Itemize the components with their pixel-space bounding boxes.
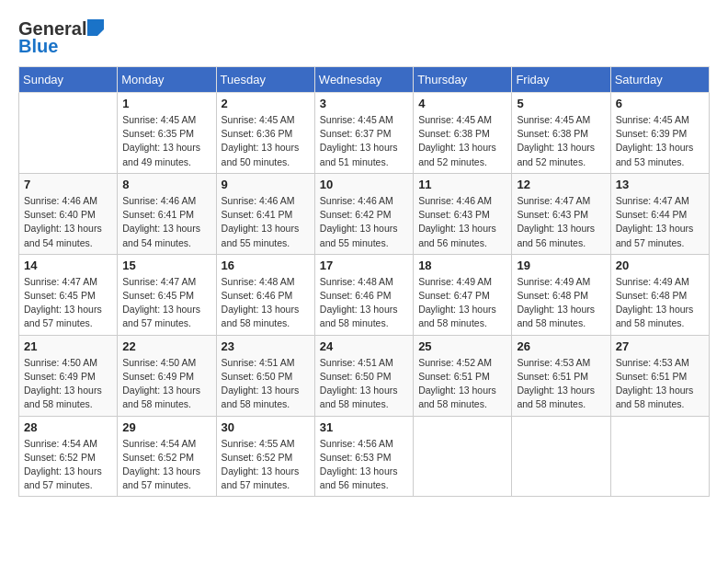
day-info: Sunrise: 4:51 AMSunset: 6:50 PMDaylight:… — [320, 356, 408, 412]
day-number: 21 — [24, 339, 112, 353]
calendar-cell: 11Sunrise: 4:46 AMSunset: 6:43 PMDayligh… — [414, 173, 512, 254]
calendar-cell: 10Sunrise: 4:46 AMSunset: 6:42 PMDayligh… — [314, 173, 413, 254]
day-info: Sunrise: 4:47 AMSunset: 6:43 PMDaylight:… — [517, 194, 605, 250]
calendar-cell: 1Sunrise: 4:45 AMSunset: 6:35 PMDaylight… — [118, 93, 216, 174]
calendar-cell: 2Sunrise: 4:45 AMSunset: 6:36 PMDaylight… — [216, 93, 314, 174]
calendar-cell: 21Sunrise: 4:50 AMSunset: 6:49 PMDayligh… — [19, 335, 118, 416]
calendar-cell: 7Sunrise: 4:46 AMSunset: 6:40 PMDaylight… — [19, 173, 118, 254]
calendar-cell: 29Sunrise: 4:54 AMSunset: 6:52 PMDayligh… — [118, 416, 216, 497]
day-info: Sunrise: 4:45 AMSunset: 6:35 PMDaylight:… — [122, 113, 210, 169]
day-info: Sunrise: 4:47 AMSunset: 6:45 PMDaylight:… — [122, 275, 210, 331]
day-info: Sunrise: 4:48 AMSunset: 6:46 PMDaylight:… — [320, 275, 408, 331]
calendar-cell: 27Sunrise: 4:53 AMSunset: 6:51 PMDayligh… — [610, 335, 709, 416]
day-number: 6 — [616, 97, 704, 110]
day-number: 27 — [616, 339, 704, 353]
day-info: Sunrise: 4:46 AMSunset: 6:41 PMDaylight:… — [222, 194, 310, 250]
day-info: Sunrise: 4:45 AMSunset: 6:37 PMDaylight:… — [320, 113, 408, 169]
calendar-cell: 13Sunrise: 4:47 AMSunset: 6:44 PMDayligh… — [610, 173, 709, 254]
calendar-day-header: Tuesday — [216, 67, 314, 93]
day-info: Sunrise: 4:50 AMSunset: 6:49 PMDaylight:… — [122, 356, 210, 412]
day-info: Sunrise: 4:49 AMSunset: 6:47 PMDaylight:… — [418, 275, 506, 331]
day-info: Sunrise: 4:46 AMSunset: 6:42 PMDaylight:… — [320, 194, 408, 250]
calendar-day-header: Sunday — [19, 67, 118, 93]
day-info: Sunrise: 4:46 AMSunset: 6:41 PMDaylight:… — [122, 194, 210, 250]
calendar-cell: 20Sunrise: 4:49 AMSunset: 6:48 PMDayligh… — [610, 254, 709, 335]
calendar-day-header: Monday — [118, 67, 216, 93]
day-number: 2 — [222, 97, 310, 110]
calendar-week-row: 7Sunrise: 4:46 AMSunset: 6:40 PMDaylight… — [19, 173, 710, 254]
calendar-cell — [19, 93, 118, 174]
calendar-day-header: Wednesday — [314, 67, 413, 93]
day-number: 15 — [122, 259, 210, 272]
day-info: Sunrise: 4:54 AMSunset: 6:52 PMDaylight:… — [122, 437, 210, 493]
calendar-cell: 9Sunrise: 4:46 AMSunset: 6:41 PMDaylight… — [216, 173, 314, 254]
calendar-cell: 4Sunrise: 4:45 AMSunset: 6:38 PMDaylight… — [414, 93, 512, 174]
day-number: 24 — [320, 339, 408, 353]
day-number: 14 — [24, 259, 112, 272]
logo: General Blue — [18, 18, 104, 57]
calendar-day-header: Friday — [512, 67, 610, 93]
day-info: Sunrise: 4:52 AMSunset: 6:51 PMDaylight:… — [418, 356, 506, 412]
day-info: Sunrise: 4:48 AMSunset: 6:46 PMDaylight:… — [222, 275, 310, 331]
calendar-cell — [414, 416, 512, 497]
calendar-cell: 19Sunrise: 4:49 AMSunset: 6:48 PMDayligh… — [512, 254, 610, 335]
calendar-cell: 8Sunrise: 4:46 AMSunset: 6:41 PMDaylight… — [118, 173, 216, 254]
calendar-cell — [512, 416, 610, 497]
day-number: 20 — [616, 259, 704, 272]
calendar-cell — [610, 416, 709, 497]
day-number: 31 — [320, 420, 408, 434]
day-info: Sunrise: 4:45 AMSunset: 6:36 PMDaylight:… — [222, 113, 310, 169]
day-number: 29 — [122, 420, 210, 434]
svg-marker-0 — [87, 19, 104, 36]
logo-icon — [87, 19, 104, 36]
day-info: Sunrise: 4:49 AMSunset: 6:48 PMDaylight:… — [616, 275, 704, 331]
calendar-cell: 25Sunrise: 4:52 AMSunset: 6:51 PMDayligh… — [414, 335, 512, 416]
day-number: 19 — [517, 259, 605, 272]
calendar-cell: 16Sunrise: 4:48 AMSunset: 6:46 PMDayligh… — [216, 254, 314, 335]
day-info: Sunrise: 4:55 AMSunset: 6:52 PMDaylight:… — [222, 437, 310, 493]
calendar-cell: 12Sunrise: 4:47 AMSunset: 6:43 PMDayligh… — [512, 173, 610, 254]
day-info: Sunrise: 4:45 AMSunset: 6:38 PMDaylight:… — [418, 113, 506, 169]
day-number: 5 — [517, 97, 605, 110]
day-number: 18 — [418, 259, 506, 272]
day-number: 17 — [320, 259, 408, 272]
day-number: 22 — [122, 339, 210, 353]
day-number: 3 — [320, 97, 408, 110]
day-number: 4 — [418, 97, 506, 110]
calendar-cell: 14Sunrise: 4:47 AMSunset: 6:45 PMDayligh… — [19, 254, 118, 335]
day-number: 12 — [517, 178, 605, 191]
calendar-cell: 18Sunrise: 4:49 AMSunset: 6:47 PMDayligh… — [414, 254, 512, 335]
calendar-day-header: Saturday — [610, 67, 709, 93]
calendar-cell: 28Sunrise: 4:54 AMSunset: 6:52 PMDayligh… — [19, 416, 118, 497]
day-number: 8 — [122, 178, 210, 191]
day-info: Sunrise: 4:46 AMSunset: 6:43 PMDaylight:… — [418, 194, 506, 250]
calendar-cell: 24Sunrise: 4:51 AMSunset: 6:50 PMDayligh… — [314, 335, 413, 416]
calendar-day-header: Thursday — [414, 67, 512, 93]
day-number: 28 — [24, 420, 112, 434]
day-number: 11 — [418, 178, 506, 191]
day-info: Sunrise: 4:50 AMSunset: 6:49 PMDaylight:… — [24, 356, 112, 412]
calendar-cell: 26Sunrise: 4:53 AMSunset: 6:51 PMDayligh… — [512, 335, 610, 416]
calendar-cell: 30Sunrise: 4:55 AMSunset: 6:52 PMDayligh… — [216, 416, 314, 497]
calendar-cell: 3Sunrise: 4:45 AMSunset: 6:37 PMDaylight… — [314, 93, 413, 174]
day-info: Sunrise: 4:47 AMSunset: 6:44 PMDaylight:… — [616, 194, 704, 250]
calendar-cell: 23Sunrise: 4:51 AMSunset: 6:50 PMDayligh… — [216, 335, 314, 416]
calendar-cell: 15Sunrise: 4:47 AMSunset: 6:45 PMDayligh… — [118, 254, 216, 335]
day-number: 9 — [222, 178, 310, 191]
day-info: Sunrise: 4:51 AMSunset: 6:50 PMDaylight:… — [222, 356, 310, 412]
header: General Blue — [18, 18, 710, 57]
day-info: Sunrise: 4:56 AMSunset: 6:53 PMDaylight:… — [320, 437, 408, 493]
day-info: Sunrise: 4:53 AMSunset: 6:51 PMDaylight:… — [616, 356, 704, 412]
day-number: 13 — [616, 178, 704, 191]
calendar-cell: 5Sunrise: 4:45 AMSunset: 6:38 PMDaylight… — [512, 93, 610, 174]
day-info: Sunrise: 4:53 AMSunset: 6:51 PMDaylight:… — [517, 356, 605, 412]
calendar-table: SundayMondayTuesdayWednesdayThursdayFrid… — [18, 66, 710, 497]
calendar-cell: 17Sunrise: 4:48 AMSunset: 6:46 PMDayligh… — [314, 254, 413, 335]
day-info: Sunrise: 4:54 AMSunset: 6:52 PMDaylight:… — [24, 437, 112, 493]
day-number: 23 — [222, 339, 310, 353]
day-number: 1 — [122, 97, 210, 110]
day-number: 16 — [222, 259, 310, 272]
day-number: 30 — [222, 420, 310, 434]
calendar-cell: 22Sunrise: 4:50 AMSunset: 6:49 PMDayligh… — [118, 335, 216, 416]
day-info: Sunrise: 4:45 AMSunset: 6:39 PMDaylight:… — [616, 113, 704, 169]
